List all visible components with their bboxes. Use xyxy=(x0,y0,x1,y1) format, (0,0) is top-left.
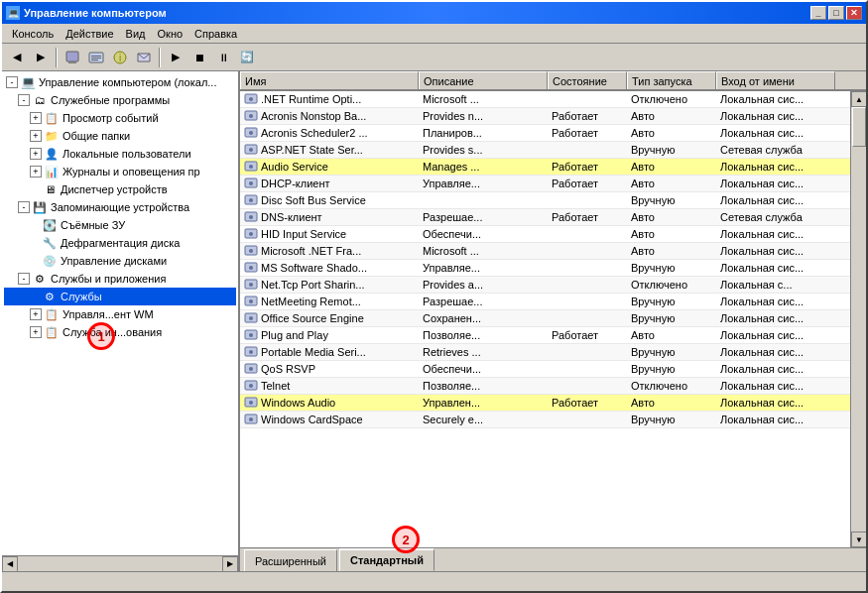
service-icon xyxy=(244,328,258,342)
scroll-thumb[interactable] xyxy=(852,107,866,147)
toolbar-btn-1[interactable] xyxy=(62,47,83,68)
tree-view[interactable]: - 💻 Управление компьютером (локал... - 🗂… xyxy=(2,71,238,555)
vscrollbar[interactable]: ▲ ▼ xyxy=(850,91,866,547)
scroll-up-btn[interactable]: ▲ xyxy=(851,91,866,107)
tree-item-users[interactable]: + 👤 Локальные пользователи xyxy=(4,145,236,163)
tree-toggle-indexing[interactable]: + xyxy=(30,326,42,338)
service-name: Windows Audio xyxy=(261,397,335,409)
scroll-down-btn[interactable]: ▼ xyxy=(851,532,866,547)
tree-toggle-root[interactable]: - xyxy=(6,76,18,88)
minimize-button[interactable]: _ xyxy=(810,6,826,20)
maximize-button[interactable]: □ xyxy=(828,6,844,20)
hscroll-right-btn[interactable]: ▶ xyxy=(222,556,238,572)
tree-item-services[interactable]: ⚙ Службы xyxy=(4,288,236,305)
tree-item-root[interactable]: - 💻 Управление компьютером (локал... xyxy=(4,73,236,91)
tree-item-removable[interactable]: 💽 Съёмные ЗУ xyxy=(4,216,236,234)
tree-label-services: Службы xyxy=(61,291,102,302)
col-name[interactable]: Имя xyxy=(240,71,419,89)
menu-view[interactable]: Вид xyxy=(120,26,152,42)
svg-rect-5 xyxy=(91,59,98,60)
toolbar-btn-7[interactable]: ⏸ xyxy=(212,47,234,68)
service-row[interactable]: Office Source Engine Сохранен... Вручную… xyxy=(240,310,850,327)
forward-button[interactable]: ▶ xyxy=(30,47,52,68)
tree-item-indexing[interactable]: + 📋 Служба ин...ования xyxy=(4,323,236,341)
tree-item-events[interactable]: + 📋 Просмотр событий xyxy=(4,109,236,127)
menu-window[interactable]: Окно xyxy=(152,26,189,42)
service-row[interactable]: Plug and Play Позволяе... Работает Авто … xyxy=(240,327,850,344)
service-icon xyxy=(244,160,258,174)
menu-action[interactable]: Действие xyxy=(60,26,119,42)
col-login[interactable]: Вход от имени xyxy=(716,71,835,89)
status-bar xyxy=(2,571,866,591)
service-row[interactable]: Telnet Позволяе... Отключено Локальная с… xyxy=(240,378,850,395)
service-row[interactable]: Acronis Scheduler2 ... Планиров... Работ… xyxy=(240,125,850,142)
service-row[interactable]: Windows CardSpace Securely e... Вручную … xyxy=(240,412,850,428)
service-row[interactable]: QoS RSVP Обеспечи... Вручную Локальная с… xyxy=(240,361,850,378)
menu-help[interactable]: Справка xyxy=(188,26,243,42)
services-list[interactable]: .NET Runtime Opti... Microsoft ... Отклю… xyxy=(240,91,850,547)
tree-item-devmgr[interactable]: 🖥 Диспетчер устройств xyxy=(4,180,236,198)
service-row[interactable]: DHCP-клиент Управляе... Работает Авто Ло… xyxy=(240,176,850,192)
service-row[interactable]: Microsoft .NET Fra... Microsoft ... Авто… xyxy=(240,243,850,260)
close-button[interactable]: ✕ xyxy=(846,6,862,20)
tree-item-logs[interactable]: + 📊 Журналы и оповещения пр xyxy=(4,163,236,180)
service-state-cell: Работает xyxy=(548,159,627,175)
tree-item-folders[interactable]: + 📁 Общие папки xyxy=(4,127,236,145)
service-row[interactable]: NetMeeting Remot... Разрешае... Вручную … xyxy=(240,294,850,310)
toolbar-btn-3[interactable]: i xyxy=(109,47,131,68)
svg-point-19 xyxy=(249,181,253,185)
left-hscrollbar[interactable]: ◀ ▶ xyxy=(2,555,238,571)
service-row[interactable]: MS Software Shado... Управляе... Вручную… xyxy=(240,260,850,277)
service-row[interactable]: ASP.NET State Ser... Provides s... Вручн… xyxy=(240,142,850,159)
service-name-cell: Portable Media Seri... xyxy=(240,344,419,360)
col-state[interactable]: Состояние xyxy=(548,71,627,89)
service-row[interactable]: .NET Runtime Opti... Microsoft ... Отклю… xyxy=(240,91,850,108)
toolbar-btn-2[interactable] xyxy=(85,47,107,68)
tree-toggle-folders[interactable]: + xyxy=(30,130,42,142)
window-controls[interactable]: _ □ ✕ xyxy=(810,6,862,20)
service-login-cell: Локальная сис... xyxy=(716,108,835,124)
tree-toggle-logs[interactable]: + xyxy=(30,166,42,178)
toolbar-btn-5[interactable]: ▶ xyxy=(165,47,186,68)
wmi-icon: 📋 xyxy=(44,306,60,322)
tree-item-svcapp[interactable]: - ⚙ Службы и приложения xyxy=(4,270,236,288)
hscroll-left-btn[interactable]: ◀ xyxy=(2,556,18,572)
service-row[interactable]: Windows Audio Управлен... Работает Авто … xyxy=(240,395,850,412)
back-button[interactable]: ◀ xyxy=(6,47,28,68)
service-state-cell xyxy=(548,361,627,377)
service-row[interactable]: DNS-клиент Разрешае... Работает Авто Сет… xyxy=(240,209,850,226)
col-desc[interactable]: Описание xyxy=(419,71,548,89)
service-icon xyxy=(244,92,258,106)
tree-label-removable: Съёмные ЗУ xyxy=(61,219,125,231)
service-row[interactable]: HID Input Service Обеспечи... Авто Локал… xyxy=(240,226,850,243)
tree-item-diskmgmt[interactable]: 💿 Управление дисками xyxy=(4,252,236,270)
tree-toggle-servprog[interactable]: - xyxy=(18,94,30,106)
service-start-cell: Авто xyxy=(627,209,716,225)
tab-standard[interactable]: Стандартный xyxy=(339,548,434,571)
tree-toggle-events[interactable]: + xyxy=(30,112,42,124)
tree-toggle-svcapp[interactable]: - xyxy=(18,273,30,285)
hscroll-track[interactable] xyxy=(18,556,222,572)
svg-point-17 xyxy=(249,165,253,169)
tree-item-servprog[interactable]: - 🗂 Служебные программы xyxy=(4,91,236,109)
tree-toggle-users[interactable]: + xyxy=(30,148,42,160)
toolbar-btn-8[interactable]: 🔄 xyxy=(236,47,258,68)
service-row[interactable]: Acronis Nonstop Ba... Provides n... Рабо… xyxy=(240,108,850,125)
service-row[interactable]: Audio Service Manages ... Работает Авто … xyxy=(240,159,850,176)
service-row[interactable]: Net.Tcp Port Sharin... Provides a... Отк… xyxy=(240,277,850,294)
scroll-track[interactable] xyxy=(851,107,866,532)
tree-item-wmi[interactable]: + 📋 Управля...ент WM xyxy=(4,305,236,323)
tree-item-storage[interactable]: - 💾 Запоминающие устройства xyxy=(4,198,236,216)
service-icon xyxy=(244,311,258,325)
tree-toggle-storage[interactable]: - xyxy=(18,201,30,213)
col-start[interactable]: Тип запуска xyxy=(627,71,716,89)
menu-console[interactable]: Консоль xyxy=(6,26,60,42)
right-panel: Имя Описание Состояние Тип запуска Вход … xyxy=(240,71,866,571)
toolbar-btn-4[interactable] xyxy=(133,47,155,68)
tree-toggle-wmi[interactable]: + xyxy=(30,308,42,320)
service-row[interactable]: Disc Soft Bus Service Вручную Локальная … xyxy=(240,192,850,209)
tab-extended[interactable]: Расширенный xyxy=(244,549,337,571)
toolbar-btn-6[interactable]: ⏹ xyxy=(188,47,210,68)
tree-item-defrag[interactable]: 🔧 Дефрагментация диска xyxy=(4,234,236,252)
service-row[interactable]: Portable Media Seri... Retrieves ... Вру… xyxy=(240,344,850,361)
